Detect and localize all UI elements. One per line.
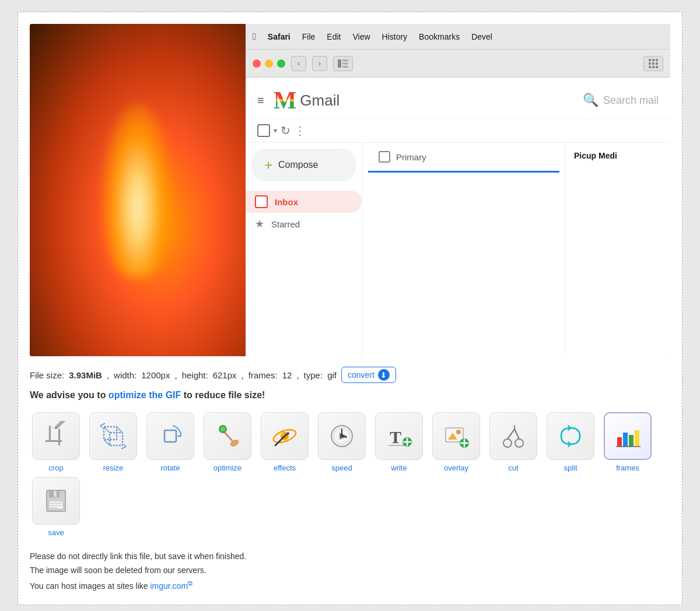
compose-button[interactable]: + Compose [251, 149, 356, 181]
effects-label: effects [274, 463, 296, 472]
footer-line2: The image will soon be deleted from our … [30, 566, 206, 575]
frames-label: frames [616, 463, 639, 472]
effects-icon-box [261, 412, 309, 460]
tool-split[interactable]: split [544, 412, 597, 472]
devel-menu[interactable]: Devel [471, 32, 492, 41]
frames-label: frames: [249, 370, 278, 380]
tool-overlay[interactable]: overlay [430, 412, 482, 472]
svg-rect-63 [54, 491, 57, 497]
tool-save[interactable]: save [30, 477, 82, 537]
svg-rect-5 [652, 59, 654, 61]
svg-rect-24 [164, 430, 176, 442]
svg-point-47 [456, 430, 461, 434]
tool-frames[interactable]: frames [601, 412, 654, 472]
advisory-highlight: optimize the GIF [108, 390, 181, 400]
more-options-icon[interactable]: ⋮ [294, 124, 306, 138]
minimize-button[interactable] [265, 59, 273, 68]
frames-icon-box [604, 412, 652, 460]
primary-label: Primary [396, 152, 426, 162]
svg-line-53 [508, 429, 514, 439]
gmail-sidebar: + Compose Inbox ★ Starred [246, 143, 362, 356]
hamburger-icon[interactable]: ≡ [257, 94, 264, 107]
svg-rect-10 [649, 66, 651, 68]
sidebar-item-inbox[interactable]: Inbox [246, 191, 362, 213]
frames-value: 12 [282, 370, 292, 380]
select-all-checkbox[interactable] [257, 124, 270, 137]
tools-row: crop resize [30, 412, 670, 537]
gif-preview:  Safari File Edit View History Bookmark… [30, 24, 670, 356]
sidebar-item-starred[interactable]: ★ Starred [246, 213, 362, 235]
svg-rect-17 [55, 421, 65, 429]
view-menu[interactable]: View [352, 32, 370, 41]
gmail-text-logo: Gmail [300, 92, 340, 110]
tool-resize[interactable]: resize [87, 412, 139, 472]
fire-background [30, 24, 246, 356]
starred-icon: ★ [255, 217, 264, 230]
tool-effects[interactable]: effects [258, 412, 311, 472]
convert-button[interactable]: convert ⬇ [341, 367, 396, 383]
mac-menubar:  Safari File Edit View History Bookmark… [246, 24, 670, 50]
history-menu[interactable]: History [382, 32, 408, 41]
gmail-area: ≡ M Gmail 🔍 Search mail ▾ ↻ [246, 78, 670, 356]
search-icon: 🔍 [583, 93, 598, 108]
browser-toolbar: ‹ › [246, 50, 670, 78]
svg-point-52 [515, 439, 523, 447]
save-label: save [48, 528, 64, 537]
split-label: split [564, 463, 577, 472]
svg-rect-11 [652, 66, 654, 68]
tool-cut[interactable]: cut [487, 412, 540, 472]
imgur-link[interactable]: imgur.com [150, 581, 188, 590]
height-value: 621px [213, 370, 237, 380]
edit-menu[interactable]: Edit [327, 32, 341, 41]
crop-label: crop [48, 463, 63, 472]
browser-chrome:  Safari File Edit View History Bookmark… [246, 24, 670, 356]
svg-rect-56 [617, 437, 622, 447]
resize-label: resize [103, 463, 124, 472]
svg-rect-59 [635, 430, 639, 447]
save-icon-box [32, 477, 80, 525]
svg-line-22 [117, 427, 123, 433]
compose-label: Compose [278, 160, 318, 170]
svg-rect-0 [338, 59, 341, 68]
bookmarks-menu[interactable]: Bookmarks [419, 32, 460, 41]
tool-optimize[interactable]: optimize [201, 412, 254, 472]
cut-label: cut [508, 463, 518, 472]
safari-menu[interactable]: Safari [268, 32, 290, 41]
file-menu[interactable]: File [302, 32, 316, 41]
speed-icon-box [318, 412, 366, 460]
speed-label: speed [331, 463, 352, 472]
close-button[interactable] [253, 59, 261, 68]
write-label: write [391, 463, 407, 472]
footer-line3-before: You can host images at sites like [30, 581, 150, 590]
primary-tab[interactable]: Primary [368, 143, 559, 173]
split-icon-box [547, 412, 594, 460]
svg-rect-4 [649, 59, 651, 61]
tool-crop[interactable]: crop [30, 412, 82, 472]
tool-speed[interactable]: speed [316, 412, 368, 472]
grid-icon-button[interactable] [643, 56, 663, 71]
optimize-icon-box [204, 412, 251, 460]
fire-glow [103, 103, 173, 278]
footer-text: Please do not directly link this file, b… [30, 550, 670, 593]
sidebar-toggle-button[interactable] [333, 56, 353, 71]
footer-line1: Please do not directly link this file, b… [30, 552, 246, 561]
svg-line-54 [514, 429, 519, 439]
maximize-button[interactable] [277, 59, 285, 68]
svg-rect-6 [656, 59, 658, 61]
refresh-icon[interactable]: ↻ [281, 124, 290, 138]
svg-text:T: T [390, 427, 401, 447]
tool-rotate[interactable]: rotate [144, 412, 197, 472]
back-button[interactable]: ‹ [291, 56, 306, 71]
gmail-right-panel: Picup Medi [565, 143, 670, 356]
select-dropdown-icon[interactable]: ▾ [274, 127, 277, 135]
svg-rect-8 [652, 62, 654, 65]
apple-menu-icon[interactable]:  [253, 31, 256, 42]
tool-write[interactable]: T write [373, 412, 425, 472]
overlay-icon-box [432, 412, 480, 460]
forward-button[interactable]: › [312, 56, 327, 71]
write-icon-box: T [375, 412, 423, 460]
gmail-search-bar[interactable]: 🔍 Search mail [583, 93, 659, 108]
height-label: height: [182, 370, 208, 380]
svg-rect-2 [342, 62, 348, 64]
gmail-main-area: Primary [362, 143, 565, 356]
